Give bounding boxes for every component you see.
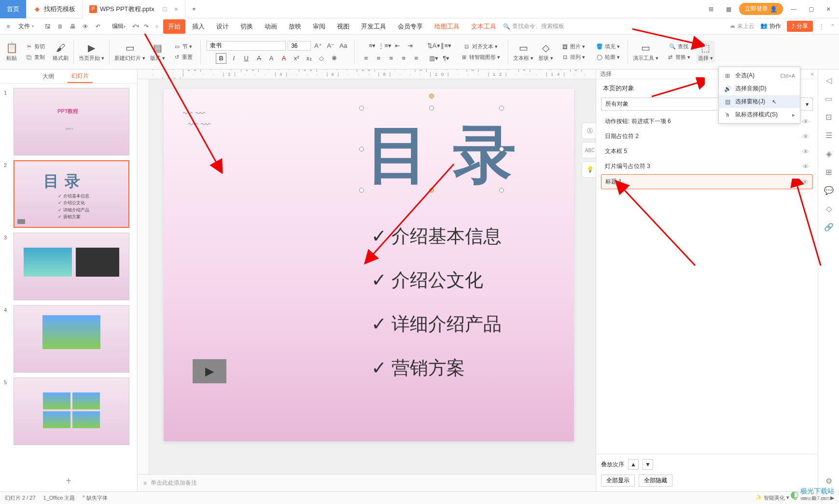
share-button[interactable]: ⤴分享 [787, 21, 813, 32]
sel-item-title[interactable]: 标题 1👁 [601, 174, 813, 189]
menu-design[interactable]: 设计 [211, 19, 234, 34]
search-box[interactable]: 🔍查找命令、搜索模板 [503, 22, 564, 30]
menu-member[interactable]: 会员专享 [393, 19, 428, 34]
add-slide-button[interactable]: + [0, 471, 137, 491]
sel-item-date[interactable]: 日期占位符 2👁 [601, 129, 813, 143]
clear-format-icon[interactable]: ◇ [316, 53, 327, 64]
move-up-button[interactable]: ▲ [628, 459, 639, 470]
action-button-forward[interactable]: ▶ [193, 359, 226, 383]
indent-dec-icon[interactable]: ⇤ [392, 41, 403, 51]
close-icon[interactable]: × [174, 5, 178, 13]
properties-icon[interactable]: ☰ [823, 129, 835, 141]
superscript-icon[interactable]: x² [291, 53, 302, 64]
notes-bar[interactable]: ≡ 单击此处添加备注 [138, 474, 596, 491]
smartart-button[interactable]: ⊞转智能图形 ▾ [458, 53, 502, 62]
rotate-handle[interactable] [429, 94, 434, 98]
idea-icon[interactable]: 💡 [582, 161, 596, 178]
abc-icon[interactable]: ABC [582, 142, 596, 158]
numbering-icon[interactable]: ⋮≡▾ [379, 41, 390, 51]
align-right-icon[interactable]: ≡ [386, 53, 396, 64]
save-icon[interactable]: 🖫 [43, 22, 52, 31]
textbox-button[interactable]: ▭ 文本框 ▾ [511, 41, 535, 63]
format-painter-button[interactable]: 🖌 格式刷 [51, 41, 70, 63]
move-down-button[interactable]: ▼ [643, 459, 653, 470]
slides-tab[interactable]: 幻灯片 [68, 70, 93, 83]
show-all-button[interactable]: 全部显示 [601, 475, 635, 487]
underline-icon[interactable]: U [241, 53, 252, 64]
collapse-icon[interactable]: ◁ [823, 74, 835, 86]
missing-font-button[interactable]: ᴬ缺失字体 [83, 494, 108, 502]
font-effects-icon[interactable]: ❋ [329, 53, 339, 64]
from-current-button[interactable]: ▶ 当页开始 ▾ [77, 41, 106, 63]
hide-all-button[interactable]: 全部隐藏 [639, 475, 672, 487]
grid-icon[interactable]: ⊞ [704, 2, 718, 16]
menu-devtools[interactable]: 开发工具 [356, 19, 391, 34]
slide-content-list[interactable]: 介绍基本信息 介绍公文化 详细介绍产品 营销方案 [371, 224, 502, 400]
select-button[interactable]: ⬚ 选择 ▾ [696, 41, 715, 63]
pane-close-icon[interactable]: × [811, 71, 814, 78]
ai-text-icon[interactable]: Ⓐ [582, 123, 596, 139]
undo2-icon[interactable]: ↶▾ [131, 22, 140, 31]
align-text-button[interactable]: ⊡对齐文本 ▾ [461, 42, 500, 52]
section-button[interactable]: ▭节 ▾ [171, 42, 194, 52]
picture-button[interactable]: 🖼图片 ▾ [559, 42, 587, 52]
font-name-select[interactable] [207, 41, 286, 51]
sel-item-textbox[interactable]: 文本框 5👁 [601, 144, 813, 158]
menu-view[interactable]: 视图 [332, 19, 354, 34]
visibility-icon[interactable]: 👁 [802, 163, 809, 170]
slide-editor[interactable]: 〰 〰 〰 〰 目录 介绍基本信息 介绍公文化 详细介绍产品 营销方案 [149, 79, 596, 474]
layout-button[interactable]: ▤ 版式 ▾ [148, 41, 167, 63]
print-preview-icon[interactable]: 👁 [81, 22, 90, 31]
font-size-select[interactable] [288, 41, 311, 51]
style-icon[interactable]: ▭ [823, 93, 835, 104]
tab-home[interactable]: 首页 [0, 0, 27, 18]
thumbnail-5[interactable] [14, 378, 129, 445]
visibility-icon[interactable]: 👁 [802, 178, 809, 186]
minimize-icon[interactable]: — [787, 2, 800, 16]
undo-icon[interactable]: ↶ [94, 22, 102, 31]
redo-icon[interactable]: ↷ [142, 22, 151, 31]
line-spacing-icon[interactable]: ‖≡▾ [441, 41, 451, 51]
file-menu[interactable]: 文件▾ [14, 22, 38, 30]
menu-animation[interactable]: 动画 [260, 19, 282, 34]
menu-start[interactable]: 开始 [163, 19, 185, 34]
new-slide-button[interactable]: ▭ 新建幻灯片 ▾ [112, 41, 147, 63]
replace-button[interactable]: ⇄替换 ▾ [664, 53, 692, 62]
menu-transition[interactable]: 切换 [236, 19, 258, 34]
beautify-button[interactable]: ✨智能美化 ▾ [755, 494, 789, 502]
apps-icon[interactable]: ▦ [722, 2, 735, 16]
highlight-icon[interactable]: A [266, 53, 277, 64]
layers-icon[interactable]: ◈ [823, 148, 835, 159]
menu-select-all[interactable]: ⊞ 全选(A) Ctrl+A [719, 69, 800, 82]
outline-button[interactable]: ◯轮廓 ▾ [594, 53, 622, 62]
shape-button[interactable]: ◇ 形状 ▾ [536, 41, 555, 63]
print-icon[interactable]: 🖶 [69, 22, 77, 31]
menu-mouse-mode[interactable]: 🖱 鼠标选择模式(S) ▸ [719, 108, 800, 121]
notes-placeholder[interactable]: 单击此处添加备注 [151, 479, 197, 487]
menu-slideshow[interactable]: 放映 [284, 19, 306, 34]
text-dir-icon[interactable]: ⇅A▾ [428, 41, 439, 51]
collaborate-button[interactable]: 👥协作 [760, 22, 781, 30]
comment-icon[interactable]: 💬 [823, 184, 835, 196]
outline-tab[interactable]: 大纲 [39, 70, 58, 83]
indent-inc-icon[interactable]: ⇥ [405, 41, 415, 51]
increase-font-icon[interactable]: A⁺ [313, 41, 323, 51]
distribute-icon[interactable]: ≡ [411, 53, 421, 64]
reset-button[interactable]: ↺重置 [171, 53, 195, 62]
settings-icon[interactable]: ⚙ [823, 475, 835, 487]
decrease-font-icon[interactable]: A⁻ [325, 41, 336, 51]
menu-icon[interactable]: ≡ [4, 22, 13, 31]
diamond-icon[interactable]: ◇ [823, 203, 835, 214]
rtl-icon[interactable]: ¶▾ [441, 53, 451, 64]
paste-button[interactable]: 📋 粘贴 [4, 41, 19, 63]
assets-icon[interactable]: ⊞ [823, 166, 835, 178]
current-slide[interactable]: 〰 〰 〰 〰 目录 介绍基本信息 介绍公文化 详细介绍产品 营销方案 [164, 89, 574, 441]
maximize-icon[interactable]: ▢ [804, 2, 818, 16]
visibility-icon[interactable]: 👁 [802, 148, 809, 155]
expand-icon[interactable]: ⌃ [830, 23, 835, 30]
align-left-icon[interactable]: ≡ [361, 53, 371, 64]
save-as-icon[interactable]: 🗎 [56, 22, 65, 31]
fill-button[interactable]: 🪣填充 ▾ [594, 42, 622, 52]
font-color-icon[interactable]: A [279, 53, 289, 64]
tab-new[interactable]: + [185, 0, 203, 18]
